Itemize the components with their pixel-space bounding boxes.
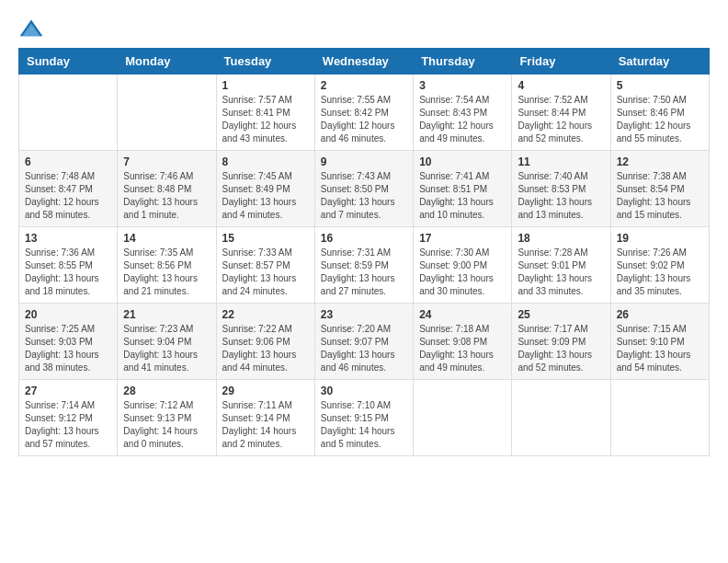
day-info: Sunrise: 7:11 AM Sunset: 9:14 PM Dayligh… bbox=[222, 399, 309, 451]
day-number: 29 bbox=[222, 385, 309, 397]
day-cell: 1Sunrise: 7:57 AM Sunset: 8:41 PM Daylig… bbox=[216, 75, 314, 151]
day-info: Sunrise: 7:22 AM Sunset: 9:06 PM Dayligh… bbox=[222, 323, 309, 374]
day-number: 23 bbox=[321, 308, 407, 321]
day-number: 18 bbox=[518, 232, 604, 245]
logo-icon bbox=[18, 18, 44, 39]
day-number: 21 bbox=[123, 308, 210, 321]
day-number: 19 bbox=[617, 232, 703, 245]
day-info: Sunrise: 7:15 AM Sunset: 9:10 PM Dayligh… bbox=[617, 323, 703, 374]
day-number: 5 bbox=[617, 79, 703, 92]
day-cell: 15Sunrise: 7:33 AM Sunset: 8:57 PM Dayli… bbox=[216, 227, 314, 304]
day-number: 22 bbox=[222, 308, 309, 321]
day-info: Sunrise: 7:28 AM Sunset: 9:01 PM Dayligh… bbox=[518, 247, 604, 298]
day-cell: 19Sunrise: 7:26 AM Sunset: 9:02 PM Dayli… bbox=[610, 227, 709, 304]
day-number: 4 bbox=[518, 79, 604, 92]
day-cell: 12Sunrise: 7:38 AM Sunset: 8:54 PM Dayli… bbox=[610, 151, 709, 227]
day-info: Sunrise: 7:17 AM Sunset: 9:09 PM Dayligh… bbox=[518, 323, 604, 374]
day-cell: 21Sunrise: 7:23 AM Sunset: 9:04 PM Dayli… bbox=[118, 304, 216, 380]
week-row-3: 13Sunrise: 7:36 AM Sunset: 8:55 PM Dayli… bbox=[19, 227, 710, 304]
day-cell: 20Sunrise: 7:25 AM Sunset: 9:03 PM Dayli… bbox=[19, 304, 118, 380]
calendar: SundayMondayTuesdayWednesdayThursdayFrid… bbox=[18, 48, 710, 456]
week-row-1: 1Sunrise: 7:57 AM Sunset: 8:41 PM Daylig… bbox=[19, 75, 710, 151]
day-cell: 14Sunrise: 7:35 AM Sunset: 8:56 PM Dayli… bbox=[118, 227, 216, 304]
day-info: Sunrise: 7:35 AM Sunset: 8:56 PM Dayligh… bbox=[123, 247, 210, 298]
day-number: 25 bbox=[518, 308, 604, 321]
day-info: Sunrise: 7:36 AM Sunset: 8:55 PM Dayligh… bbox=[25, 247, 111, 298]
day-info: Sunrise: 7:48 AM Sunset: 8:47 PM Dayligh… bbox=[25, 170, 111, 222]
day-cell: 22Sunrise: 7:22 AM Sunset: 9:06 PM Dayli… bbox=[216, 304, 314, 380]
logo bbox=[18, 18, 48, 39]
day-header-monday: Monday bbox=[118, 49, 216, 75]
day-cell: 3Sunrise: 7:54 AM Sunset: 8:43 PM Daylig… bbox=[414, 75, 512, 151]
day-info: Sunrise: 7:54 AM Sunset: 8:43 PM Dayligh… bbox=[419, 94, 506, 145]
day-cell: 11Sunrise: 7:40 AM Sunset: 8:53 PM Dayli… bbox=[512, 151, 610, 227]
day-cell bbox=[512, 380, 610, 456]
day-header-friday: Friday bbox=[512, 49, 610, 75]
day-cell: 28Sunrise: 7:12 AM Sunset: 9:13 PM Dayli… bbox=[118, 380, 216, 456]
day-cell: 17Sunrise: 7:30 AM Sunset: 9:00 PM Dayli… bbox=[414, 227, 512, 304]
day-header-thursday: Thursday bbox=[414, 49, 512, 75]
day-number: 11 bbox=[518, 155, 604, 168]
day-info: Sunrise: 7:38 AM Sunset: 8:54 PM Dayligh… bbox=[617, 170, 703, 222]
week-row-2: 6Sunrise: 7:48 AM Sunset: 8:47 PM Daylig… bbox=[19, 151, 710, 227]
day-cell: 8Sunrise: 7:45 AM Sunset: 8:49 PM Daylig… bbox=[216, 151, 314, 227]
day-number: 2 bbox=[321, 79, 407, 92]
day-cell: 18Sunrise: 7:28 AM Sunset: 9:01 PM Dayli… bbox=[512, 227, 610, 304]
day-cell bbox=[610, 380, 709, 456]
day-cell: 4Sunrise: 7:52 AM Sunset: 8:44 PM Daylig… bbox=[512, 75, 610, 151]
day-cell: 10Sunrise: 7:41 AM Sunset: 8:51 PM Dayli… bbox=[414, 151, 512, 227]
day-info: Sunrise: 7:57 AM Sunset: 8:41 PM Dayligh… bbox=[222, 94, 309, 145]
day-header-saturday: Saturday bbox=[610, 49, 709, 75]
calendar-body: 1Sunrise: 7:57 AM Sunset: 8:41 PM Daylig… bbox=[19, 75, 710, 456]
day-info: Sunrise: 7:26 AM Sunset: 9:02 PM Dayligh… bbox=[617, 247, 703, 298]
day-number: 30 bbox=[321, 385, 407, 397]
day-header-wednesday: Wednesday bbox=[314, 49, 413, 75]
day-cell: 26Sunrise: 7:15 AM Sunset: 9:10 PM Dayli… bbox=[610, 304, 709, 380]
day-info: Sunrise: 7:55 AM Sunset: 8:42 PM Dayligh… bbox=[321, 94, 407, 145]
day-cell: 25Sunrise: 7:17 AM Sunset: 9:09 PM Dayli… bbox=[512, 304, 610, 380]
day-number: 27 bbox=[25, 385, 111, 397]
page-header bbox=[18, 18, 710, 39]
day-info: Sunrise: 7:31 AM Sunset: 8:59 PM Dayligh… bbox=[321, 247, 407, 298]
day-info: Sunrise: 7:50 AM Sunset: 8:46 PM Dayligh… bbox=[617, 94, 703, 145]
day-info: Sunrise: 7:30 AM Sunset: 9:00 PM Dayligh… bbox=[419, 247, 506, 298]
week-row-5: 27Sunrise: 7:14 AM Sunset: 9:12 PM Dayli… bbox=[19, 380, 710, 456]
day-cell: 27Sunrise: 7:14 AM Sunset: 9:12 PM Dayli… bbox=[19, 380, 118, 456]
day-info: Sunrise: 7:52 AM Sunset: 8:44 PM Dayligh… bbox=[518, 94, 604, 145]
day-header-tuesday: Tuesday bbox=[216, 49, 314, 75]
day-number: 28 bbox=[123, 385, 210, 397]
day-info: Sunrise: 7:23 AM Sunset: 9:04 PM Dayligh… bbox=[123, 323, 210, 374]
day-cell: 13Sunrise: 7:36 AM Sunset: 8:55 PM Dayli… bbox=[19, 227, 118, 304]
day-number: 9 bbox=[321, 155, 407, 168]
day-info: Sunrise: 7:41 AM Sunset: 8:51 PM Dayligh… bbox=[419, 170, 506, 222]
day-info: Sunrise: 7:43 AM Sunset: 8:50 PM Dayligh… bbox=[321, 170, 407, 222]
day-info: Sunrise: 7:33 AM Sunset: 8:57 PM Dayligh… bbox=[222, 247, 309, 298]
day-cell bbox=[19, 75, 118, 151]
day-number: 7 bbox=[123, 155, 210, 168]
day-cell: 9Sunrise: 7:43 AM Sunset: 8:50 PM Daylig… bbox=[314, 151, 413, 227]
day-info: Sunrise: 7:46 AM Sunset: 8:48 PM Dayligh… bbox=[123, 170, 210, 222]
day-number: 24 bbox=[419, 308, 506, 321]
day-cell: 5Sunrise: 7:50 AM Sunset: 8:46 PM Daylig… bbox=[610, 75, 709, 151]
day-header-sunday: Sunday bbox=[19, 49, 118, 75]
day-number: 12 bbox=[617, 155, 703, 168]
header-row: SundayMondayTuesdayWednesdayThursdayFrid… bbox=[19, 49, 710, 75]
day-info: Sunrise: 7:14 AM Sunset: 9:12 PM Dayligh… bbox=[25, 399, 111, 451]
day-info: Sunrise: 7:25 AM Sunset: 9:03 PM Dayligh… bbox=[25, 323, 111, 374]
day-cell: 23Sunrise: 7:20 AM Sunset: 9:07 PM Dayli… bbox=[314, 304, 413, 380]
calendar-header: SundayMondayTuesdayWednesdayThursdayFrid… bbox=[19, 49, 710, 75]
day-number: 13 bbox=[25, 232, 111, 245]
day-cell: 7Sunrise: 7:46 AM Sunset: 8:48 PM Daylig… bbox=[118, 151, 216, 227]
day-cell: 24Sunrise: 7:18 AM Sunset: 9:08 PM Dayli… bbox=[414, 304, 512, 380]
day-cell: 2Sunrise: 7:55 AM Sunset: 8:42 PM Daylig… bbox=[314, 75, 413, 151]
day-cell bbox=[118, 75, 216, 151]
day-info: Sunrise: 7:18 AM Sunset: 9:08 PM Dayligh… bbox=[419, 323, 506, 374]
day-number: 20 bbox=[25, 308, 111, 321]
day-info: Sunrise: 7:45 AM Sunset: 8:49 PM Dayligh… bbox=[222, 170, 309, 222]
day-number: 1 bbox=[222, 79, 309, 92]
day-info: Sunrise: 7:40 AM Sunset: 8:53 PM Dayligh… bbox=[518, 170, 604, 222]
day-number: 16 bbox=[321, 232, 407, 245]
day-number: 17 bbox=[419, 232, 506, 245]
day-number: 8 bbox=[222, 155, 309, 168]
day-cell: 30Sunrise: 7:10 AM Sunset: 9:15 PM Dayli… bbox=[314, 380, 413, 456]
